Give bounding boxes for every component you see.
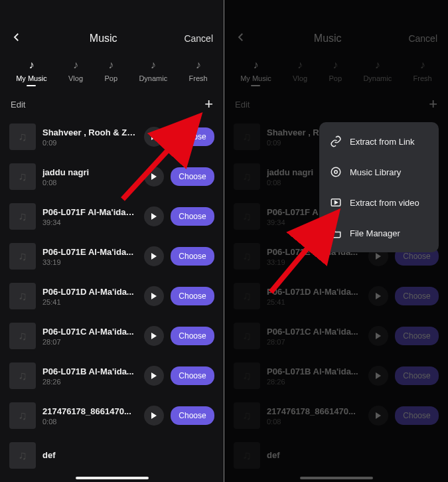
track-row: ♫ P06-L071C Al-Ma'ida... 28:07 Choose <box>0 316 224 356</box>
track-name: P06-L071E Al-Ma'ida... <box>42 247 137 257</box>
track-duration: 28:07 <box>42 338 137 346</box>
track-meta: Shahveer , Rooh & Zai... 0:09 <box>42 127 137 147</box>
track-duration: 28:26 <box>42 378 137 386</box>
track-thumb: ♫ <box>9 243 36 270</box>
choose-button[interactable]: Choose <box>171 247 214 266</box>
track-duration: 0:08 <box>42 179 137 187</box>
popup-extract-video[interactable]: Extract from video <box>319 187 439 218</box>
music-note-icon: ♪ <box>29 60 34 70</box>
track-list: ♫ Shahveer , Rooh & Zai... 0:09 Choose ♫… <box>0 117 224 475</box>
play-button[interactable] <box>144 167 164 187</box>
choose-button[interactable]: Choose <box>171 127 214 146</box>
track-thumb: ♫ <box>9 283 36 309</box>
track-duration: 39:34 <box>42 218 137 226</box>
popup-item-label: Extract from video <box>350 198 419 208</box>
video-icon <box>330 197 342 208</box>
track-meta: P06-L071F Al-Ma'idah... 39:34 <box>42 207 137 226</box>
music-note-icon: ♪ <box>151 60 156 70</box>
choose-button[interactable]: Choose <box>171 287 214 305</box>
track-row: ♫ P06-L071D Al-Ma'ida... 25:41 Choose <box>0 276 224 316</box>
track-thumb: ♫ <box>9 362 36 389</box>
track-thumb: ♫ <box>9 163 36 190</box>
tab-my-music[interactable]: ♪My Music <box>16 60 46 82</box>
choose-button[interactable]: Choose <box>171 366 214 385</box>
track-meta: P06-L071E Al-Ma'ida... 33:19 <box>42 247 137 266</box>
popup-extract-link[interactable]: Extract from Link <box>319 126 439 157</box>
play-button[interactable] <box>144 406 164 426</box>
phone-screen-right: Music Cancel ♪My Music ♪Vlog ♪Pop ♪Dynam… <box>224 0 448 482</box>
track-thumb: ♫ <box>9 123 36 150</box>
track-name: P06-L071C Al-Ma'ida... <box>42 327 137 337</box>
play-button[interactable] <box>144 246 164 266</box>
track-name: def <box>42 450 214 460</box>
track-meta: def <box>42 450 214 461</box>
track-thumb: ♫ <box>9 203 36 230</box>
music-note-icon: ♪ <box>108 60 113 70</box>
choose-button[interactable]: Choose <box>171 207 214 226</box>
category-tabs: ♪My Music ♪Vlog ♪Pop ♪Dynamic ♪Fresh <box>0 50 224 88</box>
track-row: ♫ P06-L071E Al-Ma'ida... 33:19 Choose <box>0 236 224 276</box>
track-row: ♫ jaddu nagri 0:08 Choose <box>0 157 224 197</box>
track-row: ♫ P06-L071F Al-Ma'idah... 39:34 Choose <box>0 197 224 236</box>
track-row: ♫ def <box>0 436 224 475</box>
track-meta: P06-L071B Al-Ma'ida... 28:26 <box>42 366 137 386</box>
track-duration: 33:19 <box>42 258 137 266</box>
svg-point-1 <box>331 167 340 177</box>
track-meta: P06-L071D Al-Ma'ida... 25:41 <box>42 287 137 306</box>
page-title: Music <box>90 33 117 44</box>
track-meta: 217476178_8661470... 0:08 <box>42 406 137 426</box>
tab-pop[interactable]: ♪Pop <box>104 60 117 82</box>
choose-button[interactable]: Choose <box>171 327 214 345</box>
folder-icon <box>330 227 342 239</box>
music-note-icon: ♪ <box>196 60 201 70</box>
track-thumb: ♫ <box>9 442 36 469</box>
track-meta: jaddu nagri 0:08 <box>42 167 137 187</box>
play-button[interactable] <box>144 326 164 346</box>
track-name: 217476178_8661470... <box>42 406 137 416</box>
tab-fresh[interactable]: ♪Fresh <box>189 60 208 82</box>
cancel-button[interactable]: Cancel <box>184 33 213 44</box>
home-indicator <box>76 477 149 479</box>
track-thumb: ♫ <box>9 323 36 349</box>
link-icon <box>330 135 342 147</box>
track-row: ♫ Shahveer , Rooh & Zai... 0:09 Choose <box>0 117 224 157</box>
list-header: Edit + <box>0 88 224 117</box>
edit-button[interactable]: Edit <box>11 100 25 110</box>
music-note-icon: ♪ <box>73 60 78 70</box>
tab-vlog[interactable]: ♪Vlog <box>68 60 83 82</box>
tab-dynamic[interactable]: ♪Dynamic <box>139 60 167 82</box>
track-name: Shahveer , Rooh & Zai... <box>42 127 137 137</box>
popup-item-label: File Manager <box>350 228 400 238</box>
disc-icon <box>330 166 342 178</box>
phone-screen-left: Music Cancel ♪My Music ♪Vlog ♪Pop ♪Dynam… <box>0 0 224 482</box>
choose-button[interactable]: Choose <box>171 406 214 425</box>
popup-item-label: Extract from Link <box>350 137 415 147</box>
track-name: P06-L071F Al-Ma'idah... <box>42 207 137 217</box>
track-row: ♫ P06-L071B Al-Ma'ida... 28:26 Choose <box>0 356 224 396</box>
play-button[interactable] <box>144 366 164 386</box>
back-button[interactable] <box>11 31 23 46</box>
track-duration: 0:09 <box>42 139 137 147</box>
popup-item-label: Music Library <box>350 167 401 177</box>
track-thumb: ♫ <box>9 402 36 429</box>
popup-music-library[interactable]: Music Library <box>319 157 439 187</box>
track-name: P06-L071B Al-Ma'ida... <box>42 366 137 376</box>
add-button[interactable]: + <box>204 97 213 112</box>
play-button[interactable] <box>144 286 164 306</box>
track-meta: P06-L071C Al-Ma'ida... 28:07 <box>42 327 137 346</box>
svg-point-2 <box>335 171 338 174</box>
choose-button[interactable]: Choose <box>171 167 214 186</box>
status-bar <box>0 0 224 27</box>
popup-file-manager[interactable]: File Manager <box>319 218 439 248</box>
play-button[interactable] <box>144 127 164 147</box>
track-duration: 25:41 <box>42 298 137 306</box>
track-name: jaddu nagri <box>42 167 137 177</box>
track-row: ♫ 217476178_8661470... 0:08 Choose <box>0 396 224 436</box>
play-button[interactable] <box>144 206 164 226</box>
track-name: P06-L071D Al-Ma'ida... <box>42 287 137 297</box>
track-duration: 0:08 <box>42 418 137 426</box>
header: Music Cancel <box>0 27 224 50</box>
add-menu-popup: Extract from Link Music Library Extract … <box>319 122 439 252</box>
